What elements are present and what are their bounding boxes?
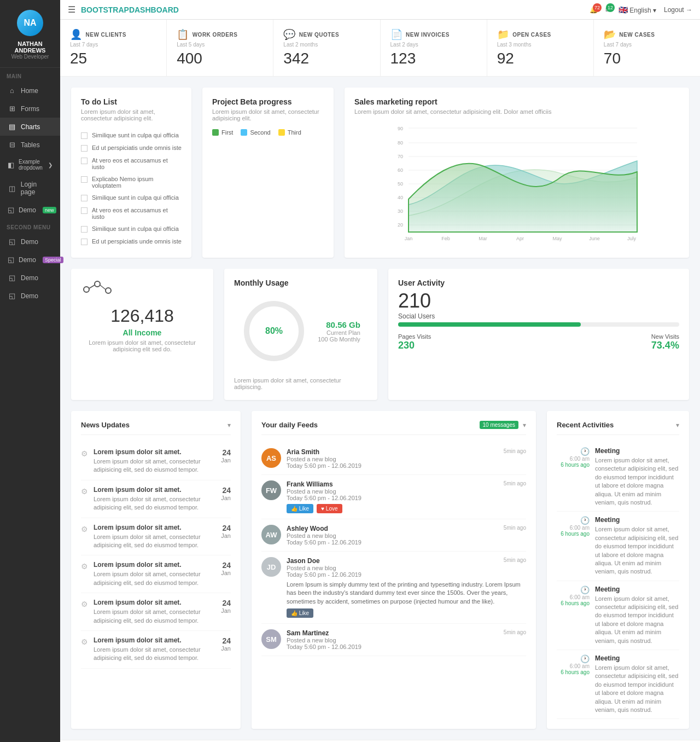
todo-checkbox[interactable] [81, 176, 88, 183]
invoices-icon: 📄 [390, 28, 403, 40]
like-button[interactable]: 👍 Like [287, 504, 313, 513]
todo-checkbox[interactable] [81, 226, 88, 233]
brand-suffix: DASHBOARD [129, 5, 179, 14]
todo-checkbox[interactable] [81, 207, 88, 214]
news-item-date: 24 Jan [221, 561, 231, 587]
news-item-body: Lorem ipsum dolor sit amet, consectetur … [94, 608, 215, 625]
news-item-title: Lorem ipsum dolor sit amet. [94, 599, 215, 606]
recent-item: 🕐 6:00 am 6 hours ago Meeting Lorem ipsu… [557, 443, 679, 512]
recent-list: 🕐 6:00 am 6 hours ago Meeting Lorem ipsu… [557, 443, 679, 719]
todo-checkbox[interactable] [81, 239, 88, 245]
sidebar-item-demo4[interactable]: ◱ Demo [0, 287, 60, 305]
todo-checkbox[interactable] [81, 145, 88, 152]
feed-action: Posted a new blog [287, 488, 361, 495]
todo-title: To do List [81, 97, 182, 106]
svg-line-31 [100, 285, 106, 289]
sidebar-item-tables[interactable]: ⊟ Tables [0, 136, 60, 154]
logout-button[interactable]: Logout → [664, 6, 692, 14]
feeds-toggle[interactable]: ▾ [523, 421, 526, 429]
sidebar-item-demo3[interactable]: ◱ Demo [0, 269, 60, 287]
svg-point-29 [106, 288, 111, 293]
todo-checkbox[interactable] [81, 195, 88, 201]
sidebar-item-demo-new[interactable]: ◱ Demo new [0, 201, 60, 219]
svg-text:40: 40 [398, 195, 403, 200]
svg-text:Mar: Mar [479, 236, 487, 241]
sidebar-item-forms[interactable]: ⊞ Forms [0, 100, 60, 118]
feed-avatar: AW [261, 525, 281, 544]
usage-info: 80.56 Gb Current Plan 100 Gb Monthly [318, 320, 360, 343]
todo-list: Similique sunt in culpa qui officiaEd ut… [81, 129, 182, 248]
clock-icon: 🕐 [557, 516, 590, 525]
feed-action: Posted a new blog [287, 565, 361, 571]
language-selector[interactable]: 🇬🇧 English ▾ [619, 5, 656, 14]
hamburger-icon[interactable]: ☰ [68, 4, 75, 15]
sidebar-item-example-dropdown[interactable]: ◧ Example dropdown ❯ [0, 154, 60, 176]
sidebar-item-demo2[interactable]: ◱ Demo Special [0, 251, 60, 269]
news-item-title: Lorem ipsum dolor sit amet. [94, 486, 215, 494]
recent-desc: Lorem ipsum dolor sit amet, consectetur … [595, 664, 679, 714]
news-list: ⚙ Lorem ipsum dolor sit amet. Lorem ipsu… [81, 443, 231, 669]
recent-toggle[interactable]: ▾ [676, 421, 679, 429]
todo-checkbox[interactable] [81, 132, 88, 139]
todo-checkbox[interactable] [81, 158, 88, 164]
todo-item: Ed ut perspiciatis unde omnis iste [81, 142, 182, 154]
notifications-button[interactable]: 🔔 72 [590, 6, 598, 14]
login-icon: ◫ [8, 184, 16, 193]
feed-time: 5min ago [504, 448, 526, 469]
sidebar-item-demo1[interactable]: ◱ Demo [0, 233, 60, 251]
messages-button[interactable]: ✉ 12 [605, 6, 611, 14]
news-item-body: Lorem ipsum dolor sit amet, consectetur … [94, 495, 215, 512]
user-activity-card: User Activity 210 Social Users Pages Vis… [388, 269, 689, 400]
income-label: All Income [81, 328, 203, 337]
todo-item: Ed ut perspiciatis unde omnis iste [81, 235, 182, 248]
sidebar: NA NATHAN ANDREWS Web Developer MAIN ⌂ H… [0, 0, 60, 742]
news-toggle[interactable]: ▾ [228, 421, 231, 429]
news-item-date: 24 Jan [221, 524, 231, 550]
recent-time: 6:00 am [557, 456, 590, 462]
feed-date: Today 5:60 pm - 12.06.2019 [287, 571, 361, 578]
like-standalone-button[interactable]: 👍 Like [287, 608, 313, 618]
svg-text:Apr: Apr [516, 236, 524, 241]
news-item-title: Lorem ipsum dolor sit amet. [94, 524, 215, 531]
svg-text:Feb: Feb [441, 236, 450, 241]
news-item-title: Lorem ipsum dolor sit amet. [94, 636, 215, 644]
news-item-body: Lorem ipsum dolor sit amet, consectetur … [94, 570, 215, 587]
sidebar-item-login[interactable]: ◫ Login page [0, 176, 60, 201]
recent-ago: 6 hours ago [557, 669, 590, 675]
sidebar-item-charts[interactable]: ▤ Charts [0, 118, 60, 136]
home-icon: ⌂ [8, 86, 16, 95]
recent-time: 6:00 am [557, 525, 590, 531]
todo-item: Similique sunt in culpa qui officia [81, 192, 182, 204]
activity-count: 210 [398, 289, 679, 312]
feed-action-buttons: 👍 Like ♥ Love [287, 504, 526, 513]
feed-date: Today 5:60 pm - 12.06.2019 [287, 644, 361, 650]
svg-text:June: June [589, 236, 600, 241]
footer: Copyright © 2019.Company name All rights… [60, 740, 700, 742]
sales-report-card: Sales marketing report Lorem ipsum dolor… [345, 88, 689, 258]
stat-new-cases: 📂 NEW CASES Last 7 days 70 [594, 20, 700, 76]
news-item: ⚙ Lorem ipsum dolor sit amet. Lorem ipsu… [81, 443, 231, 480]
feeds-title: Your daily Feeds [261, 421, 318, 429]
love-button[interactable]: ♥ Love [317, 504, 342, 513]
feed-item: AW Ashley Wood Posted a new blog Today 5… [261, 519, 526, 552]
svg-point-28 [95, 281, 100, 287]
sidebar-item-home[interactable]: ⌂ Home [0, 82, 60, 100]
todo-item: Similique sunt in culpa qui officia [81, 129, 182, 142]
todo-item: At vero eos et accusamus et iusto [81, 204, 182, 223]
dropdown-icon: ◧ [8, 161, 14, 169]
clients-icon: 👤 [70, 28, 83, 40]
income-description: Lorem ipsum dolor sit amet, consectetur … [81, 339, 203, 352]
svg-text:90: 90 [398, 126, 403, 131]
donut-chart [212, 141, 324, 229]
todo-item: At vero eos et accusamus et iusto [81, 154, 182, 173]
recent-item: 🕐 6:00 am 6 hours ago Meeting Lorem ipsu… [557, 512, 679, 581]
news-item-body: Lorem ipsum dolor sit amet, consectetur … [94, 646, 215, 663]
chevron-right-icon: ❯ [48, 162, 52, 168]
usage-description: Lorem ipsum dolor sit amet, consectetur … [234, 377, 368, 390]
news-item-icon: ⚙ [81, 449, 88, 474]
clock-icon: 🕐 [557, 586, 590, 594]
news-title: News Updates [81, 421, 130, 429]
news-item-title: Lorem ipsum dolor sit amet. [94, 561, 215, 569]
recent-event: Meeting [595, 447, 679, 455]
clock-icon: 🕐 [557, 447, 590, 456]
